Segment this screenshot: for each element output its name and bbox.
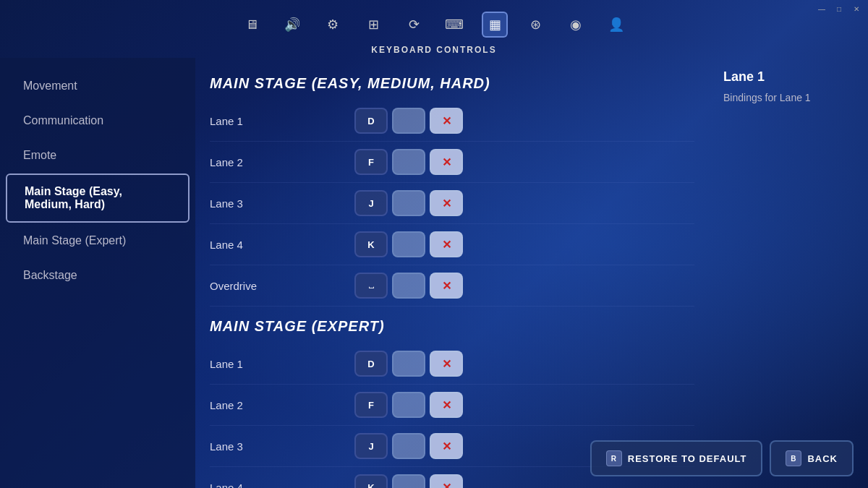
lane-label-easy-4: Lane 4 (210, 239, 354, 251)
key-secondary-expert-2[interactable] (392, 392, 425, 418)
minimize-button[interactable]: — (816, 3, 827, 14)
back-icon: B (786, 450, 801, 466)
binding-buttons-easy-3: J ✕ (354, 190, 463, 216)
restore-default-button[interactable]: R RESTORE TO DEFAULT (590, 440, 763, 476)
clear-easy-1[interactable]: ✕ (430, 108, 463, 134)
binding-buttons-expert-3: J ✕ (354, 433, 463, 459)
key-primary-overdrive[interactable]: ⎵ (354, 273, 388, 299)
section-header-easy: MAIN STAGE (EASY, MEDIUM, HARD) (210, 75, 694, 92)
clear-expert-4[interactable]: ✕ (430, 474, 463, 488)
key-secondary-easy-1[interactable] (392, 108, 425, 134)
title-bar: — □ ✕ (810, 0, 868, 17)
key-secondary-expert-3[interactable] (392, 433, 425, 459)
key-primary-expert-2[interactable]: F (354, 392, 388, 418)
lane-label-easy-2: Lane 2 (210, 156, 354, 168)
sidebar-item-movement[interactable]: Movement (6, 69, 190, 103)
lane-label-overdrive: Overdrive (210, 280, 354, 292)
key-secondary-expert-4[interactable] (392, 474, 425, 488)
binding-buttons-expert-4: K ✕ (354, 474, 463, 488)
binding-buttons-easy-2: F ✕ (354, 149, 463, 175)
info-panel: Lane 1 Bindings for Lane 1 (709, 58, 868, 488)
lane-row-easy-4: Lane 4 K ✕ (210, 224, 694, 265)
monitor-icon[interactable]: 🖥 (239, 12, 265, 38)
lane-label-expert-1: Lane 1 (210, 358, 354, 370)
sidebar-item-communication[interactable]: Communication (6, 104, 190, 137)
key-primary-expert-1[interactable]: D (354, 351, 388, 377)
key-secondary-easy-4[interactable] (392, 231, 425, 257)
binding-buttons-expert-1: D ✕ (354, 351, 463, 377)
restore-label: RESTORE TO DEFAULT (628, 453, 747, 464)
settings-icon[interactable]: ⚙ (320, 12, 346, 38)
top-nav: 🖥 🔊 ⚙ ⊞ ⟳ ⌨ ▦ ⊛ ◉ 👤 KEYBOARD CONTROLS (0, 0, 868, 55)
lane-label-expert-4: Lane 4 (210, 481, 354, 489)
back-button[interactable]: B BACK (770, 440, 854, 476)
back-label: BACK (807, 453, 838, 464)
close-button[interactable]: ✕ (851, 3, 862, 14)
maximize-button[interactable]: □ (833, 3, 845, 14)
sidebar-item-emote[interactable]: Emote (6, 139, 190, 172)
sync-icon[interactable]: ⟳ (401, 12, 427, 38)
key-secondary-easy-3[interactable] (392, 190, 425, 216)
key-secondary-expert-1[interactable] (392, 351, 425, 377)
binding-buttons-expert-2: F ✕ (354, 392, 463, 418)
sidebar-item-backstage[interactable]: Backstage (6, 259, 190, 292)
lane-label-expert-3: Lane 3 (210, 440, 354, 453)
bottom-bar: R RESTORE TO DEFAULT B BACK (576, 429, 868, 488)
lane-row-easy-3: Lane 3 J ✕ (210, 183, 694, 224)
nav-icons-row: 🖥 🔊 ⚙ ⊞ ⟳ ⌨ ▦ ⊛ ◉ 👤 (239, 6, 629, 43)
section-header-expert: MAIN STAGE (EXPERT) (210, 318, 694, 335)
main-layout: Movement Communication Emote Main Stage … (0, 58, 868, 488)
controller-icon[interactable]: ◉ (563, 12, 589, 38)
key-primary-easy-3[interactable]: J (354, 190, 388, 216)
key-primary-expert-3[interactable]: J (354, 433, 388, 459)
lane-row-expert-2: Lane 2 F ✕ (210, 385, 694, 426)
content-area[interactable]: MAIN STAGE (EASY, MEDIUM, HARD) Lane 1 D… (195, 58, 709, 488)
binding-buttons-easy-1: D ✕ (354, 108, 463, 134)
clear-easy-3[interactable]: ✕ (430, 190, 463, 216)
info-panel-description: Bindings for Lane 1 (723, 92, 854, 103)
key-secondary-easy-2[interactable] (392, 149, 425, 175)
key-secondary-overdrive[interactable] (392, 273, 425, 299)
lane-label-expert-2: Lane 2 (210, 399, 354, 411)
sidebar: Movement Communication Emote Main Stage … (0, 58, 195, 488)
lane-label-easy-3: Lane 3 (210, 197, 354, 210)
keyboard-icon[interactable]: ⌨ (441, 12, 467, 38)
key-primary-easy-1[interactable]: D (354, 108, 388, 134)
lane-row-easy-1: Lane 1 D ✕ (210, 100, 694, 142)
key-primary-expert-4[interactable]: K (354, 474, 388, 488)
clear-overdrive[interactable]: ✕ (430, 273, 463, 299)
lane-row-overdrive: Overdrive ⎵ ✕ (210, 265, 694, 307)
lane-label-easy-1: Lane 1 (210, 115, 354, 127)
info-panel-title: Lane 1 (723, 69, 854, 85)
display-settings-icon[interactable]: ⊞ (360, 12, 386, 38)
profile-icon[interactable]: 👤 (603, 12, 629, 38)
gamepad-alt-icon[interactable]: ⊛ (522, 12, 548, 38)
sidebar-item-main-stage-expert[interactable]: Main Stage (Expert) (6, 224, 190, 257)
sidebar-item-main-stage-easy[interactable]: Main Stage (Easy, Medium, Hard) (6, 174, 190, 223)
lane-row-expert-1: Lane 1 D ✕ (210, 343, 694, 385)
keybind-icon[interactable]: ▦ (482, 12, 508, 38)
clear-easy-2[interactable]: ✕ (430, 149, 463, 175)
volume-icon[interactable]: 🔊 (279, 12, 305, 38)
key-primary-easy-2[interactable]: F (354, 149, 388, 175)
clear-expert-3[interactable]: ✕ (430, 433, 463, 459)
restore-icon: R (606, 450, 622, 466)
binding-buttons-overdrive: ⎵ ✕ (354, 273, 463, 299)
page-title: KEYBOARD CONTROLS (371, 45, 496, 55)
clear-easy-4[interactable]: ✕ (430, 231, 463, 257)
key-primary-easy-4[interactable]: K (354, 231, 388, 257)
lane-row-easy-2: Lane 2 F ✕ (210, 142, 694, 183)
clear-expert-2[interactable]: ✕ (430, 392, 463, 418)
clear-expert-1[interactable]: ✕ (430, 351, 463, 377)
binding-buttons-easy-4: K ✕ (354, 231, 463, 257)
